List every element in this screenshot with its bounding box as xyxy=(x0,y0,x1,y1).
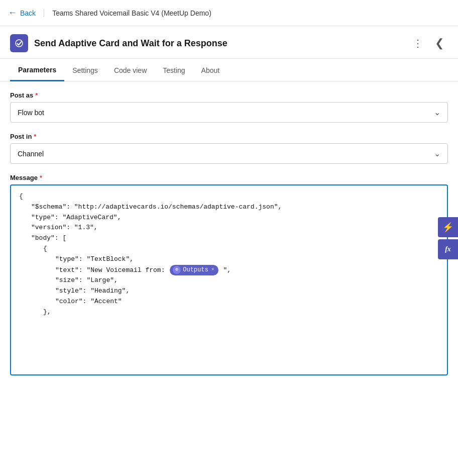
more-options-icon: ⋮ xyxy=(413,37,423,49)
code-line-0: { xyxy=(19,192,439,202)
chip-close-icon[interactable]: × xyxy=(211,266,214,274)
tab-testing[interactable]: Testing xyxy=(155,59,193,81)
code-line-1: "$schema": "http://adaptivecards.io/sche… xyxy=(19,202,439,213)
panel-header: Send Adaptive Card and Wait for a Respon… xyxy=(0,26,458,59)
outputs-chip[interactable]: ⊕Outputs× xyxy=(170,265,218,275)
panel-header-right: ⋮ ❮ xyxy=(409,35,448,52)
code-line-7: "text": "New Voicemail from: ⊕Outputs× "… xyxy=(19,265,439,276)
post-as-label: Post as * xyxy=(10,91,448,99)
tab-parameters[interactable]: Parameters xyxy=(10,59,64,81)
post-as-field-group: Post as * Flow bot ⌄ xyxy=(10,91,448,123)
chip-label: Outputs xyxy=(183,265,208,275)
post-in-chevron-icon: ⌄ xyxy=(434,149,440,158)
back-arrow-icon: ← xyxy=(8,8,17,18)
message-label: Message * xyxy=(10,174,448,181)
lightning-action-button[interactable]: ⚡ xyxy=(438,217,458,237)
chip-icon: ⊕ xyxy=(173,266,181,274)
tab-code-view[interactable]: Code view xyxy=(106,59,155,81)
fx-action-button[interactable]: fx xyxy=(438,239,458,259)
back-button[interactable]: ← Back xyxy=(8,8,36,18)
tabs-container: Parameters Settings Code view Testing Ab… xyxy=(0,59,458,81)
code-line-4: "body": [ xyxy=(19,233,439,244)
post-as-chevron-icon: ⌄ xyxy=(434,108,440,117)
side-actions: ⚡ fx xyxy=(438,217,458,259)
post-in-value: Channel xyxy=(18,150,44,158)
post-in-field-group: Post in * Channel ⌄ xyxy=(10,133,448,164)
top-bar: ← Back Teams Shared Voicemail Basic V4 (… xyxy=(0,0,458,26)
message-required: * xyxy=(40,174,42,181)
fx-icon: fx xyxy=(445,245,451,253)
post-as-value: Flow bot xyxy=(18,109,44,117)
post-in-label: Post in * xyxy=(10,133,448,140)
post-as-select[interactable]: Flow bot ⌄ xyxy=(10,102,448,123)
more-options-button[interactable]: ⋮ xyxy=(409,35,427,51)
collapse-icon: ❮ xyxy=(435,37,444,49)
post-in-select[interactable]: Channel ⌄ xyxy=(10,143,448,164)
message-field-group: Message * { "$schema": "http://adaptivec… xyxy=(10,174,448,375)
code-line-3: "version": "1.3", xyxy=(19,223,439,233)
back-label: Back xyxy=(20,9,36,17)
code-line-10: "color": "Accent" xyxy=(19,297,439,307)
post-as-required: * xyxy=(35,91,38,99)
workflow-title: Teams Shared Voicemail Basic V4 (MeetUp … xyxy=(44,9,211,17)
message-editor[interactable]: { "$schema": "http://adaptivecards.io/sc… xyxy=(10,184,448,375)
code-line-8: "size": "Large", xyxy=(19,275,439,286)
code-line-5: { xyxy=(19,244,439,254)
collapse-button[interactable]: ❮ xyxy=(431,35,448,52)
code-line-11: }, xyxy=(19,307,439,318)
code-line-6: "type": "TextBlock", xyxy=(19,254,439,265)
post-in-required: * xyxy=(34,133,36,140)
panel-title: Send Adaptive Card and Wait for a Respon… xyxy=(34,38,227,49)
app-icon xyxy=(10,34,28,52)
lightning-icon: ⚡ xyxy=(442,222,453,233)
tab-settings[interactable]: Settings xyxy=(64,59,106,81)
panel-header-left: Send Adaptive Card and Wait for a Respon… xyxy=(10,34,227,52)
tab-about[interactable]: About xyxy=(193,59,228,81)
code-line-2: "type": "AdaptiveCard", xyxy=(19,213,439,223)
code-line-9: "style": "Heading", xyxy=(19,286,439,297)
content-area: Post as * Flow bot ⌄ Post in * Channel ⌄… xyxy=(0,81,458,396)
